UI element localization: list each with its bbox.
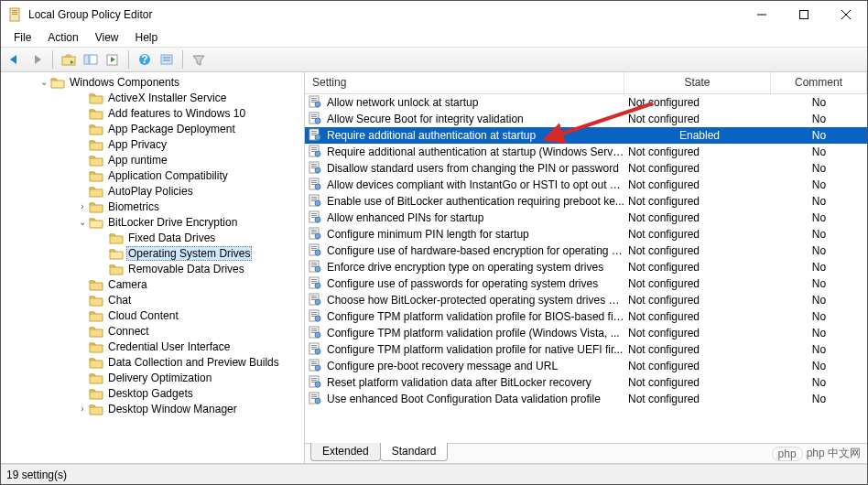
expand-icon[interactable]: › — [76, 404, 89, 414]
tree-item[interactable]: Operating System Drives — [1, 245, 304, 261]
svg-point-111 — [315, 233, 320, 239]
folder-icon — [89, 387, 103, 400]
setting-comment: No — [771, 96, 867, 109]
svg-rect-154 — [311, 380, 317, 381]
tree-label: AutoPlay Policies — [106, 184, 195, 199]
refresh-button[interactable] — [103, 49, 123, 70]
setting-row[interactable]: Configure use of hardware-based encrypti… — [305, 242, 867, 259]
setting-name: Require additional authentication at sta… — [327, 129, 624, 142]
setting-row[interactable]: Configure minimum PIN length for startup… — [305, 226, 867, 242]
setting-name: Configure pre-boot recovery message and … — [327, 360, 624, 372]
svg-marker-66 — [90, 405, 95, 407]
setting-name: Allow network unlock at startup — [327, 96, 624, 109]
svg-rect-89 — [311, 166, 317, 167]
col-comment[interactable]: Comment — [771, 72, 867, 93]
tree-item[interactable]: Chat — [1, 292, 304, 307]
show-tree-button[interactable] — [81, 49, 101, 70]
separator — [52, 50, 53, 69]
svg-marker-44 — [110, 234, 115, 236]
tree-item[interactable]: ⌄BitLocker Drive Encryption — [1, 214, 304, 230]
setting-name: Enforce drive encryption type on operati… — [327, 261, 624, 274]
setting-row[interactable]: Disallow standard users from changing th… — [305, 160, 867, 177]
setting-row[interactable]: Reset platform validation data after Bit… — [305, 374, 867, 391]
up-button[interactable] — [59, 49, 79, 70]
properties-button[interactable] — [157, 49, 177, 70]
tree-item[interactable]: Connect — [1, 323, 304, 339]
minimize-button[interactable] — [741, 1, 783, 28]
tree-label: Desktop Window Manager — [106, 402, 239, 416]
tree-item[interactable]: Data Collection and Preview Builds — [1, 354, 304, 370]
tree-item[interactable]: Fixed Data Drives — [1, 230, 304, 245]
tree-item[interactable]: Credential User Interface — [1, 339, 304, 354]
tree-item[interactable]: ActiveX Installer Service — [1, 90, 304, 105]
svg-point-136 — [315, 316, 320, 321]
folder-icon — [89, 309, 103, 322]
tree-item[interactable]: Add features to Windows 10 — [1, 105, 304, 121]
setting-state: Not configured — [624, 310, 771, 323]
menu-action[interactable]: Action — [40, 29, 85, 46]
expand-icon[interactable]: ⌄ — [76, 217, 89, 227]
setting-row[interactable]: Allow network unlock at startup Not conf… — [305, 94, 867, 111]
setting-row[interactable]: Allow devices compliant with InstantGo o… — [305, 177, 867, 193]
back-button[interactable] — [5, 49, 25, 70]
setting-row[interactable]: Configure TPM platform validation profil… — [305, 308, 867, 325]
svg-marker-62 — [90, 374, 95, 376]
setting-row[interactable]: Require additional authentication at sta… — [305, 144, 867, 160]
close-button[interactable] — [825, 1, 867, 28]
setting-row[interactable]: Configure pre-boot recovery message and … — [305, 358, 867, 374]
tree-label: Data Collection and Preview Builds — [106, 355, 281, 370]
svg-text:?: ? — [141, 53, 147, 66]
setting-row[interactable]: Require additional authentication at sta… — [305, 127, 867, 144]
tree-item[interactable]: ›Desktop Window Manager — [1, 401, 304, 416]
svg-marker-52 — [90, 296, 95, 298]
column-headers[interactable]: Setting State Comment — [305, 72, 867, 94]
tree-item[interactable]: Desktop Gadgets — [1, 385, 304, 401]
setting-row[interactable]: Enforce drive encryption type on operati… — [305, 259, 867, 275]
svg-point-96 — [315, 184, 320, 189]
tree-pane[interactable]: ⌄Windows ComponentsActiveX Installer Ser… — [1, 72, 305, 463]
menu-view[interactable]: View — [88, 29, 126, 46]
col-setting[interactable]: Setting — [305, 72, 624, 93]
tree-item[interactable]: Removable Data Drives — [1, 261, 304, 276]
expand-icon[interactable]: › — [76, 201, 89, 211]
setting-row[interactable]: Use enhanced Boot Configuration Data val… — [305, 391, 867, 407]
tree-item[interactable]: Application Compatibility — [1, 167, 304, 183]
policy-icon — [309, 178, 323, 192]
tree-item[interactable]: Delivery Optimization — [1, 370, 304, 385]
tab-extended[interactable]: Extended — [310, 443, 381, 461]
menu-help[interactable]: Help — [128, 29, 166, 46]
settings-list[interactable]: Allow network unlock at startup Not conf… — [305, 94, 867, 443]
tree-item[interactable]: App Package Deployment — [1, 121, 304, 136]
maximize-button[interactable] — [783, 1, 825, 28]
tree-item[interactable]: ⌄Windows Components — [1, 74, 304, 90]
collapse-icon[interactable]: ⌄ — [38, 77, 50, 87]
folder-icon — [89, 372, 103, 384]
window-buttons — [741, 1, 867, 28]
forward-button[interactable] — [27, 49, 47, 70]
setting-row[interactable]: Allow enhanced PINs for startup Not conf… — [305, 210, 867, 226]
tree-item[interactable]: Cloud Content — [1, 307, 304, 323]
tree-label: Desktop Gadgets — [106, 386, 195, 401]
watermark-logo: php — [772, 447, 803, 461]
setting-row[interactable]: Enable use of BitLocker authentication r… — [305, 193, 867, 210]
setting-comment: No — [771, 393, 867, 405]
tab-standard[interactable]: Standard — [380, 443, 449, 461]
setting-name: Choose how BitLocker-protected operating… — [327, 294, 624, 307]
tree-item[interactable]: App runtime — [1, 152, 304, 167]
svg-rect-158 — [311, 394, 317, 395]
tree-item[interactable]: ›Biometrics — [1, 199, 304, 214]
col-state[interactable]: State — [624, 72, 771, 93]
setting-row[interactable]: Configure use of passwords for operating… — [305, 275, 867, 292]
tree-item[interactable]: Camera — [1, 276, 304, 292]
setting-row[interactable]: Allow Secure Boot for integrity validati… — [305, 111, 867, 127]
setting-row[interactable]: Configure TPM platform validation profil… — [305, 325, 867, 341]
setting-row[interactable]: Configure TPM platform validation profil… — [305, 341, 867, 358]
setting-comment: No — [771, 178, 867, 191]
menu-file[interactable]: File — [6, 29, 38, 46]
help-button[interactable]: ? — [135, 49, 155, 70]
tree-item[interactable]: AutoPlay Policies — [1, 183, 304, 199]
setting-name: Configure TPM platform validation profil… — [327, 343, 624, 356]
filter-button[interactable] — [189, 49, 209, 70]
setting-row[interactable]: Choose how BitLocker-protected operating… — [305, 292, 867, 308]
tree-item[interactable]: App Privacy — [1, 136, 304, 152]
